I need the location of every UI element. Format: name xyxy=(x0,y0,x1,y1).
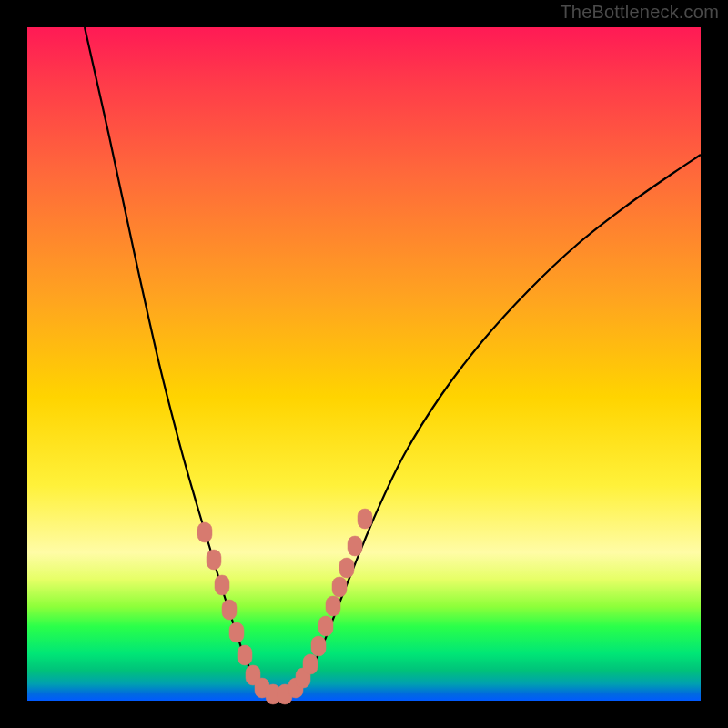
chart-svg xyxy=(27,27,701,701)
watermark-text: TheBottleneck.com xyxy=(560,2,719,23)
curve-marker xyxy=(332,577,347,597)
curve-marker xyxy=(303,654,318,674)
curve-marker xyxy=(358,509,372,529)
curve-marker xyxy=(222,600,237,620)
curve-marker xyxy=(207,550,221,570)
curve-marker xyxy=(238,645,252,665)
bottleneck-curve xyxy=(85,27,701,696)
chart-frame: TheBottleneck.com xyxy=(0,0,728,728)
curve-marker xyxy=(318,616,333,636)
curve-marker xyxy=(229,622,244,642)
curve-marker xyxy=(215,575,229,595)
curve-marker xyxy=(348,536,362,556)
curve-marker xyxy=(339,558,354,578)
curve-marker xyxy=(326,596,340,616)
curve-marker xyxy=(197,522,212,542)
curve-marker xyxy=(311,636,326,656)
marker-group xyxy=(197,509,372,704)
